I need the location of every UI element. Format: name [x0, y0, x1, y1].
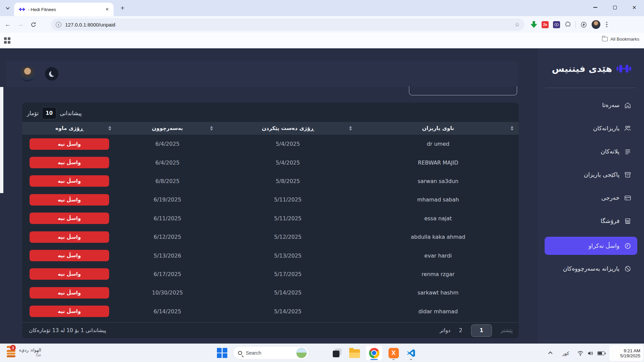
all-bookmarks-button[interactable]: All Bookmarks — [602, 37, 639, 42]
pagination-page-2[interactable]: 2 — [459, 327, 462, 333]
battery-icon[interactable] — [597, 351, 605, 355]
clock-time: 9:21 AM — [624, 348, 640, 353]
column-header-name[interactable]: ناوی یاریزان — [357, 122, 519, 135]
apps-grid-icon[interactable] — [4, 37, 10, 44]
browser-profile-avatar[interactable] — [592, 20, 600, 29]
tab-title: - Hedi Fitnees — [28, 7, 104, 12]
chrome-taskbar-button[interactable] — [366, 346, 382, 360]
sidebar-item-plans[interactable]: پلانەکان — [538, 144, 644, 159]
weather-sub-text: غدًا — [19, 353, 41, 357]
toolbar-divider — [576, 21, 576, 28]
url-text[interactable]: 127.0.0.1:8000/unpaid — [65, 22, 515, 28]
users-icon — [624, 125, 631, 132]
language-indicator[interactable]: كور — [562, 351, 569, 356]
table-body: dr umed 5/4/2025 6/4/2025 واسڵ نیه REBWA… — [22, 135, 519, 321]
maximize-button[interactable] — [605, 0, 625, 15]
unpaid-status-button[interactable]: واسڵ نیه — [30, 287, 109, 299]
xampp-taskbar-button[interactable]: X — [387, 346, 400, 360]
sidebar-item-label: فرۆشگا — [601, 218, 619, 224]
unpaid-status-button[interactable]: واسڵ نیه — [30, 250, 109, 261]
volume-icon[interactable] — [587, 351, 594, 356]
tab-close-icon[interactable]: × — [104, 6, 110, 12]
unpaid-status-button[interactable]: واسڵ نیه — [30, 157, 109, 168]
pagination-page-1[interactable]: 1 — [471, 324, 492, 337]
vscode-taskbar-button[interactable] — [405, 346, 417, 360]
search-highlight-image — [296, 348, 307, 358]
unpaid-status-button[interactable]: واسڵ نیه — [30, 231, 109, 243]
pagination-previous[interactable]: پێشتر — [501, 327, 513, 333]
page-length-select[interactable]: 10 — [42, 107, 56, 119]
user-avatar[interactable] — [20, 66, 35, 81]
pagination-next[interactable]: دواتر — [440, 327, 451, 333]
dark-mode-toggle[interactable] — [45, 67, 58, 81]
extensions-puzzle-icon[interactable] — [564, 21, 571, 28]
unpaid-status-button[interactable]: واسڵ نیه — [30, 268, 109, 280]
sort-icon[interactable] — [349, 126, 352, 131]
browser-tab-strip: - Hedi Fitnees × + × — [0, 0, 644, 16]
eye-extension-icon[interactable] — [553, 21, 560, 28]
taskbar-clock[interactable]: 9:21 AM 5/19/2025 — [609, 345, 643, 361]
unpaid-status-button[interactable]: واسڵ نیه — [30, 194, 109, 206]
download-manager-extension-icon[interactable] — [531, 21, 537, 28]
start-date: 5/11/2025 — [218, 209, 357, 228]
wifi-icon[interactable] — [577, 351, 584, 356]
sort-icon[interactable] — [108, 126, 111, 131]
start-date: 5/14/2025 — [218, 283, 357, 302]
task-view-button[interactable] — [331, 346, 343, 360]
2x-extension-icon[interactable]: 2x — [542, 21, 549, 28]
sort-icon[interactable] — [210, 126, 213, 131]
forward-icon[interactable]: → — [15, 19, 26, 30]
start-date: 5/4/2025 — [218, 135, 357, 153]
sidebar-item-expenses[interactable]: خەرجی — [538, 190, 644, 205]
reload-icon[interactable] — [28, 19, 38, 30]
page-scrollbar[interactable] — [0, 87, 3, 193]
column-header-expiry[interactable]: بەسەرچوون — [117, 122, 218, 135]
unpaid-table-card: پیشاندانی 10 تۆمار ناوی یاریزان ڕۆژی دەس… — [22, 103, 519, 338]
column-header-remaining[interactable]: ڕۆژی ماوه — [22, 122, 117, 135]
weather-widget[interactable]: 3 الهواء: رديء غدًا — [7, 346, 41, 359]
unpaid-status-button[interactable]: واسڵ نیه — [30, 213, 109, 224]
column-header-start-date[interactable]: ڕۆژی دەست پێکردن — [218, 122, 357, 135]
bookmark-star-icon[interactable]: ☆ — [515, 21, 520, 28]
sidebar-item-label: واسڵ نەکراو — [589, 242, 619, 249]
store-icon — [624, 217, 631, 225]
pagination: پێشتر 1 2 دواتر — [440, 324, 513, 337]
sidebar-item-packages[interactable]: پاکێجی یاریزان — [538, 167, 644, 182]
file-explorer-button[interactable] — [349, 346, 361, 360]
sidebar-item-home[interactable]: سەرەتا — [538, 98, 644, 112]
performance-leaf-icon[interactable] — [580, 21, 587, 28]
sidebar-item-label: یاریزانەکان — [593, 125, 619, 132]
sidebar-item-label: یاریزانە بەسەرچووەکان — [563, 265, 619, 272]
unpaid-status-button[interactable]: واسڵ نیه — [30, 175, 109, 187]
tray-chevron-up-icon[interactable] — [548, 352, 553, 356]
table-info-text: پیشاندانی 1 بۆ 10 له 13 تۆمارەکان — [29, 327, 106, 333]
site-info-icon[interactable]: i — [56, 22, 61, 28]
back-icon[interactable]: ← — [3, 19, 13, 30]
start-button[interactable] — [217, 348, 228, 359]
weather-haze-icon: 3 — [7, 346, 16, 359]
tab-search-chevron-icon[interactable] — [3, 4, 12, 12]
minimize-button[interactable] — [586, 0, 605, 15]
unpaid-status-button[interactable]: واسڵ نیه — [30, 138, 109, 150]
expiry-date: 6/19/2025 — [117, 190, 218, 209]
browser-menu-icon[interactable] — [605, 22, 609, 28]
table-search-input[interactable] — [409, 86, 517, 95]
sidebar-item-players[interactable]: یاریزانەکان — [538, 121, 644, 136]
sidebar-item-expired[interactable]: یاریزانە بەسەرچووەکان — [538, 261, 644, 276]
sidebar-item-unpaid[interactable]: واسڵ نەکراو — [545, 237, 637, 255]
expiry-date: 6/4/2025 — [117, 153, 218, 172]
address-bar[interactable]: i 127.0.0.1:8000/unpaid ☆ — [51, 18, 524, 31]
table-row: renma rzgar 5/17/2025 6/17/2025 واسڵ نیه — [22, 265, 519, 283]
start-date: 5/11/2025 — [218, 190, 357, 209]
new-tab-button[interactable]: + — [118, 4, 127, 13]
unpaid-status-button[interactable]: واسڵ نیه — [30, 306, 109, 317]
table-row: abdulla kaka ahmad 5/12/2025 6/12/2025 و… — [22, 228, 519, 246]
sidebar-item-store[interactable]: فرۆشگا — [538, 214, 644, 228]
length-suffix-label: تۆمار — [27, 110, 39, 117]
browser-tab[interactable]: - Hedi Fitnees × — [14, 3, 113, 16]
task-view-icon — [332, 348, 342, 358]
close-button[interactable]: × — [625, 0, 644, 15]
dumbbell-favicon — [19, 7, 25, 11]
taskbar-search[interactable]: Search — [233, 346, 309, 360]
sort-icon[interactable] — [511, 126, 513, 131]
